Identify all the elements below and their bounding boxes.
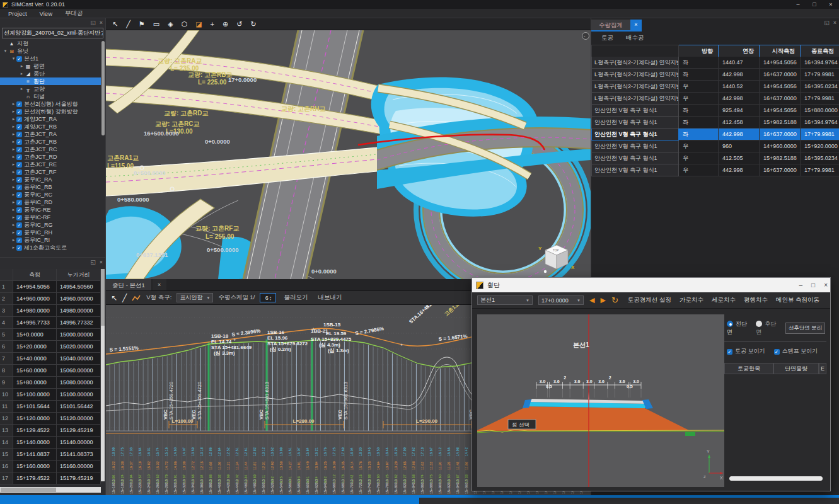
cross-button-토공경계선 설정[interactable]: 토공경계선 설정	[628, 296, 671, 304]
maximize-button[interactable]: □	[806, 0, 823, 9]
table-row[interactable]: 314+980.000014980.00000	[0, 305, 101, 317]
cross-button-평행치수[interactable]: 평행치수	[744, 296, 768, 304]
table-row[interactable]: 815+60.000015060.00000	[0, 365, 101, 377]
load-button[interactable]: 불러오기	[281, 294, 310, 302]
expander-icon[interactable]: ▸	[11, 139, 16, 144]
tree-item-고촌JCT_RF[interactable]: ▸✓고촌JCT_RF	[0, 168, 101, 176]
expander-icon[interactable]: ▸	[11, 185, 16, 190]
tree-item-본선2(하행) 강화방향[interactable]: ▸✓본선2(하행) 강화방향	[0, 108, 101, 115]
visibility-checkbox[interactable]: ✓	[16, 222, 22, 228]
move-icon[interactable]: +	[211, 18, 214, 30]
table-row[interactable]: 114+954.505614954.50560	[0, 281, 101, 293]
tree-item-유닛[interactable]: ▾⊞유닛	[0, 47, 101, 55]
tree-item-계양JCT_RA[interactable]: ▸✓계양JCT_RA	[0, 115, 101, 123]
close-panel-icon[interactable]: ×	[833, 20, 836, 26]
expander-icon[interactable]: ▸	[11, 117, 16, 122]
table-row[interactable]: 615+20.000015020.00000	[0, 341, 101, 353]
tree-item-횡단[interactable]: ≡횡단	[0, 77, 101, 85]
float-panel-icon[interactable]: ◱	[90, 20, 96, 26]
table-row[interactable]: L형측구(형식2-기계타설) 연약지반좌1440.4714+954.505616…	[591, 57, 839, 69]
prev-station-icon[interactable]: ◀	[589, 296, 594, 304]
earthwork-col-E[interactable]: E	[819, 363, 826, 374]
expander-icon[interactable]: ▸	[11, 238, 16, 243]
table-row[interactable]: 1415+140.000015140.00000	[0, 437, 101, 449]
polygon-icon[interactable]: ⬡	[182, 18, 188, 30]
view-help-icon[interactable]: ◦	[582, 33, 589, 40]
tree-item-풍무IC_RH[interactable]: ▸✓풍무IC_RH	[0, 229, 101, 236]
tree-item-풍무IC-RE[interactable]: ▸✓풍무IC-RE	[0, 206, 101, 214]
cross-button-가로치수[interactable]: 가로치수	[680, 296, 703, 304]
expander-icon[interactable]: ▸	[19, 71, 25, 76]
visibility-checkbox[interactable]: ✓	[16, 162, 22, 168]
earthwork-col-토공항목[interactable]: 토공항목	[724, 363, 773, 374]
expander-icon[interactable]: ▸	[11, 200, 16, 205]
tree-item-풍무IC_RG[interactable]: ▸✓풍무IC_RG	[0, 221, 101, 229]
menu-Project[interactable]: Project	[3, 10, 33, 17]
table-row[interactable]: 515+0.000015000.00000	[0, 329, 101, 341]
visibility-checkbox[interactable]: ✓	[16, 101, 22, 107]
visibility-checkbox[interactable]: ✓	[16, 200, 22, 205]
visibility-checkbox[interactable]: ✓	[16, 132, 22, 137]
minimize-button[interactable]: –	[799, 282, 803, 289]
shade-icon[interactable]: ◪	[195, 18, 202, 30]
expander-icon[interactable]: ▸	[11, 222, 16, 227]
tree-item-계양JCT_RB[interactable]: ▸✓계양JCT_RB	[0, 123, 101, 130]
cross-button-메인뷰 측점이동[interactable]: 메인뷰 측점이동	[776, 296, 819, 304]
minimize-button[interactable]: –	[790, 0, 806, 9]
rectangle-icon[interactable]: ▭	[153, 18, 159, 30]
quantity-menu-배수공[interactable]: 배수공	[621, 34, 649, 42]
redo-icon[interactable]: ↻	[250, 18, 256, 30]
visibility-checkbox[interactable]: ✓	[16, 185, 22, 190]
tree-item-고촌JCT_RC[interactable]: ▸✓고촌JCT_RC	[0, 146, 101, 153]
expander-icon[interactable]: ▸	[11, 192, 16, 197]
split-sections-button[interactable]: 선후단면 분리	[785, 323, 825, 334]
show-stamp-checkbox[interactable]: ✓스탬프 보이기	[774, 347, 818, 355]
station-table-hscrollbar[interactable]	[0, 487, 101, 493]
tree-item-고촌JCT_RB[interactable]: ▸✓고촌JCT_RB	[0, 138, 101, 146]
tree-item-고촌JCT_RE[interactable]: ▸✓고촌JCT_RE	[0, 161, 101, 168]
expander-icon[interactable]: ▸	[11, 109, 16, 114]
visibility-checkbox[interactable]: ✓	[16, 238, 22, 243]
close-button[interactable]: ×	[824, 282, 828, 289]
tab-quantity-summary[interactable]: 수량집계	[591, 20, 630, 30]
tree-item-풍무IC-RF[interactable]: ▸✓풍무IC-RF	[0, 214, 101, 221]
tree-item-종단[interactable]: ▸◢종단	[0, 70, 101, 77]
table-row[interactable]: 715+40.000015040.00000	[0, 353, 101, 365]
back-section-radio[interactable]: 후단면	[756, 320, 780, 336]
table-row[interactable]: 안산인천 V형 측구 형식1좌925.49414+954.505615+880.…	[591, 105, 839, 117]
station-table-vscrollbar[interactable]	[101, 269, 105, 481]
cross-section-canvas[interactable]: 본선1 3.00.53.623.63.03.623.60.53.0 점 선택 Y…	[477, 314, 724, 487]
visibility-checkbox[interactable]: ✓	[16, 230, 22, 236]
close-panel-icon[interactable]: ×	[100, 259, 103, 265]
undo-icon[interactable]: ↺	[236, 18, 242, 30]
table-row[interactable]: 1615+160.000015160.00000	[0, 461, 101, 472]
table-row[interactable]: 안산인천 V형 측구 형식1좌442.99816+637.000017+79.9…	[591, 129, 839, 140]
web-icon[interactable]: ⊕	[223, 18, 228, 30]
cube-icon[interactable]: ◈	[168, 18, 173, 30]
export-button[interactable]: 내보내기	[315, 294, 344, 302]
quantity-menu-토공[interactable]: 토공	[596, 34, 618, 42]
tree-item-풍무IC_RI[interactable]: ▸✓풍무IC_RI	[0, 236, 101, 244]
tree-item-지형[interactable]: ▲지형	[0, 40, 101, 47]
cross-button-세로치수[interactable]: 세로치수	[712, 296, 736, 304]
tree-item-풍무IC_RC[interactable]: ▸✓풍무IC_RC	[0, 191, 101, 198]
tree-item-교량[interactable]: ▸╥교량	[0, 85, 101, 93]
cross-window-titlebar[interactable]: 횡단 – □ ×	[472, 278, 830, 292]
expander-icon[interactable]: ▾	[11, 56, 16, 61]
expander-icon[interactable]: ▸	[19, 86, 25, 91]
maximize-button[interactable]: □	[811, 282, 815, 289]
tree-item-제1순환고속도로[interactable]: ▸✓제1순환고속도로	[0, 244, 101, 251]
measure-icon[interactable]: ╱	[126, 18, 130, 30]
tree-scrollbar[interactable]	[101, 41, 105, 135]
close-button[interactable]: ×	[823, 0, 839, 9]
visibility-checkbox[interactable]: ✓	[16, 117, 22, 122]
front-section-radio[interactable]: 전단면	[727, 320, 751, 336]
expander-icon[interactable]: ▸	[11, 177, 16, 182]
quantity-tab-close-icon[interactable]: ×	[630, 20, 642, 30]
float-panel-icon[interactable]: ◱	[824, 20, 830, 26]
float-panel-icon[interactable]: ◱	[90, 259, 96, 265]
table-row[interactable]: 1315+129.452215129.45219	[0, 425, 101, 437]
taskbar-window-strip[interactable]	[419, 498, 839, 504]
expander-icon[interactable]: ▸	[11, 101, 16, 106]
close-panel-icon[interactable]: ×	[100, 20, 103, 26]
